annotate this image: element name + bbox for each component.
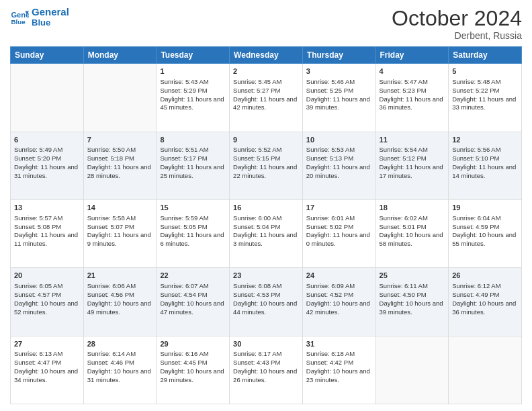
sunset-text: Sunset: 4:47 PM xyxy=(14,359,80,367)
sunrise-text: Sunrise: 6:07 AM xyxy=(160,282,226,291)
calendar-cell: 12Sunrise: 5:56 AMSunset: 5:10 PMDayligh… xyxy=(449,132,522,199)
daylight-text: Daylight: 10 hours and 44 minutes. xyxy=(233,300,299,317)
calendar-cell: 6Sunrise: 5:49 AMSunset: 5:20 PMDaylight… xyxy=(11,132,84,199)
sunrise-text: Sunrise: 5:51 AM xyxy=(160,146,226,154)
day-number: 11 xyxy=(380,135,445,145)
sunset-text: Sunset: 5:02 PM xyxy=(306,223,372,232)
day-number: 27 xyxy=(14,339,80,349)
day-number: 3 xyxy=(306,66,372,77)
daylight-text: Daylight: 10 hours and 29 minutes. xyxy=(160,367,226,385)
day-number: 14 xyxy=(87,203,153,213)
daylight-text: Daylight: 10 hours and 42 minutes. xyxy=(306,300,372,317)
day-number: 19 xyxy=(452,203,518,213)
daylight-text: Daylight: 10 hours and 23 minutes. xyxy=(306,367,372,385)
sunset-text: Sunset: 4:59 PM xyxy=(452,223,518,232)
sunset-text: Sunset: 5:07 PM xyxy=(87,223,153,232)
calendar-row-1: 1Sunrise: 5:43 AMSunset: 5:29 PMDaylight… xyxy=(11,64,522,132)
calendar-cell: 9Sunrise: 5:52 AMSunset: 5:15 PMDaylight… xyxy=(230,132,303,199)
day-number: 1 xyxy=(160,66,226,77)
sunset-text: Sunset: 4:52 PM xyxy=(306,291,372,300)
sunrise-text: Sunrise: 6:06 AM xyxy=(87,282,153,291)
calendar-cell xyxy=(11,64,84,132)
sunrise-text: Sunrise: 6:04 AM xyxy=(452,214,518,223)
daylight-text: Daylight: 10 hours and 52 minutes. xyxy=(14,300,80,317)
sunrise-text: Sunrise: 6:00 AM xyxy=(233,214,299,223)
calendar-cell: 30Sunrise: 6:17 AMSunset: 4:43 PMDayligh… xyxy=(230,336,303,404)
calendar-cell: 18Sunrise: 6:02 AMSunset: 5:01 PMDayligh… xyxy=(375,199,449,267)
day-number: 7 xyxy=(87,135,153,145)
sunset-text: Sunset: 5:18 PM xyxy=(87,154,153,163)
month-title: October 2024 xyxy=(392,7,522,30)
sunrise-text: Sunrise: 6:02 AM xyxy=(380,214,445,223)
logo-general: General xyxy=(32,7,69,18)
sunset-text: Sunset: 5:22 PM xyxy=(452,87,518,95)
calendar-cell: 8Sunrise: 5:51 AMSunset: 5:17 PMDaylight… xyxy=(157,132,230,199)
calendar-cell: 31Sunrise: 6:18 AMSunset: 4:42 PMDayligh… xyxy=(302,336,375,404)
day-number: 22 xyxy=(160,271,226,281)
sunset-text: Sunset: 5:04 PM xyxy=(233,223,299,232)
day-number: 23 xyxy=(233,271,299,281)
calendar-cell xyxy=(449,336,522,404)
sunrise-text: Sunrise: 6:14 AM xyxy=(87,350,153,359)
sunrise-text: Sunrise: 5:43 AM xyxy=(160,78,226,87)
calendar-cell: 25Sunrise: 6:11 AMSunset: 4:50 PMDayligh… xyxy=(375,268,449,336)
col-header-wednesday: Wednesday xyxy=(230,47,303,64)
daylight-text: Daylight: 11 hours and 33 minutes. xyxy=(452,95,518,113)
calendar-cell: 17Sunrise: 6:01 AMSunset: 5:02 PMDayligh… xyxy=(302,199,375,267)
calendar-cell: 14Sunrise: 5:58 AMSunset: 5:07 PMDayligh… xyxy=(83,199,157,267)
col-header-saturday: Saturday xyxy=(449,47,522,64)
daylight-text: Daylight: 11 hours and 9 minutes. xyxy=(87,231,153,248)
day-number: 15 xyxy=(160,203,226,213)
daylight-text: Daylight: 11 hours and 22 minutes. xyxy=(233,163,299,181)
daylight-text: Daylight: 10 hours and 36 minutes. xyxy=(452,300,518,317)
daylight-text: Daylight: 11 hours and 42 minutes. xyxy=(233,95,299,113)
col-header-thursday: Thursday xyxy=(302,47,375,64)
calendar-cell: 19Sunrise: 6:04 AMSunset: 4:59 PMDayligh… xyxy=(449,199,522,267)
sunrise-text: Sunrise: 5:46 AM xyxy=(306,78,372,87)
sunrise-text: Sunrise: 6:12 AM xyxy=(452,282,518,291)
calendar-cell: 24Sunrise: 6:09 AMSunset: 4:52 PMDayligh… xyxy=(302,268,375,336)
day-number: 13 xyxy=(14,203,80,213)
daylight-text: Daylight: 11 hours and 45 minutes. xyxy=(160,95,226,113)
day-number: 30 xyxy=(233,339,299,349)
sunset-text: Sunset: 4:56 PM xyxy=(87,291,153,300)
calendar-cell: 15Sunrise: 5:59 AMSunset: 5:05 PMDayligh… xyxy=(157,199,230,267)
day-number: 12 xyxy=(452,135,518,145)
header: General Blue General Blue October 2024 D… xyxy=(10,7,522,41)
calendar-cell: 26Sunrise: 6:12 AMSunset: 4:49 PMDayligh… xyxy=(449,268,522,336)
calendar-cell: 3Sunrise: 5:46 AMSunset: 5:25 PMDaylight… xyxy=(302,64,375,132)
sunrise-text: Sunrise: 5:57 AM xyxy=(14,214,80,223)
day-number: 20 xyxy=(14,271,80,281)
day-number: 25 xyxy=(380,271,445,281)
daylight-text: Daylight: 10 hours and 47 minutes. xyxy=(160,300,226,317)
day-number: 2 xyxy=(233,66,299,77)
sunrise-text: Sunrise: 5:52 AM xyxy=(233,146,299,154)
logo: General Blue General Blue xyxy=(10,7,69,28)
calendar-cell: 21Sunrise: 6:06 AMSunset: 4:56 PMDayligh… xyxy=(83,268,157,336)
sunrise-text: Sunrise: 6:01 AM xyxy=(306,214,372,223)
sunrise-text: Sunrise: 6:09 AM xyxy=(306,282,372,291)
sunset-text: Sunset: 5:27 PM xyxy=(233,87,299,95)
sunrise-text: Sunrise: 6:16 AM xyxy=(160,350,226,359)
calendar-cell: 16Sunrise: 6:00 AMSunset: 5:04 PMDayligh… xyxy=(230,199,303,267)
sunset-text: Sunset: 5:05 PM xyxy=(160,223,226,232)
sunset-text: Sunset: 4:43 PM xyxy=(233,359,299,367)
daylight-text: Daylight: 10 hours and 58 minutes. xyxy=(380,231,445,248)
calendar-cell: 27Sunrise: 6:13 AMSunset: 4:47 PMDayligh… xyxy=(11,336,84,404)
daylight-text: Daylight: 10 hours and 34 minutes. xyxy=(14,367,80,385)
sunrise-text: Sunrise: 5:59 AM xyxy=(160,214,226,223)
daylight-text: Daylight: 10 hours and 31 minutes. xyxy=(87,367,153,385)
daylight-text: Daylight: 11 hours and 3 minutes. xyxy=(233,231,299,248)
day-number: 4 xyxy=(380,66,445,77)
calendar-cell: 22Sunrise: 6:07 AMSunset: 4:54 PMDayligh… xyxy=(157,268,230,336)
day-number: 17 xyxy=(306,203,372,213)
day-number: 9 xyxy=(233,135,299,145)
sunset-text: Sunset: 5:01 PM xyxy=(380,223,445,232)
calendar-row-5: 27Sunrise: 6:13 AMSunset: 4:47 PMDayligh… xyxy=(11,336,522,404)
daylight-text: Daylight: 10 hours and 26 minutes. xyxy=(233,367,299,385)
location-subtitle: Derbent, Russia xyxy=(392,30,522,41)
calendar-cell: 10Sunrise: 5:53 AMSunset: 5:13 PMDayligh… xyxy=(302,132,375,199)
day-number: 8 xyxy=(160,135,226,145)
sunrise-text: Sunrise: 5:48 AM xyxy=(452,78,518,87)
calendar-cell: 1Sunrise: 5:43 AMSunset: 5:29 PMDaylight… xyxy=(157,64,230,132)
